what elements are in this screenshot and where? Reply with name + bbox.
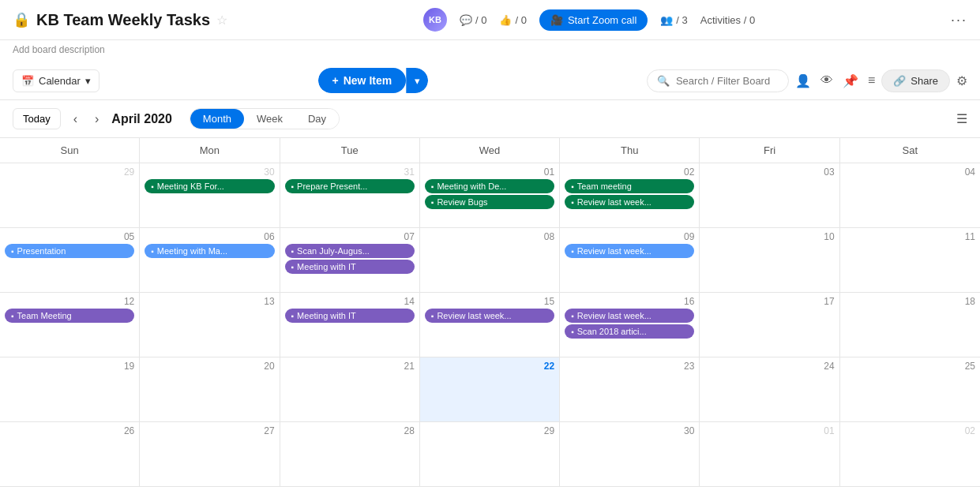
- pin-icon[interactable]: 📌: [843, 73, 858, 88]
- calendar-event[interactable]: ▪Review Bugs: [425, 195, 554, 209]
- prev-month-button[interactable]: ‹: [69, 109, 82, 129]
- cal-cell[interactable]: 09▪Review last week...: [560, 228, 700, 293]
- calendar-event[interactable]: ▪Scan July-Augus...: [285, 244, 415, 258]
- cal-cell[interactable]: 12▪Team Meeting: [0, 293, 140, 357]
- sub-header: Add board description: [0, 40, 980, 62]
- calendar-event[interactable]: ▪Review last week...: [565, 309, 694, 323]
- calendar-event[interactable]: ▪Prepare Present...: [285, 179, 415, 193]
- share-button[interactable]: 🔗 Share: [881, 69, 950, 92]
- calendar-icon: 📅: [21, 75, 34, 87]
- star-icon[interactable]: ☆: [216, 13, 227, 28]
- next-month-button[interactable]: ›: [90, 109, 103, 129]
- cal-date: 31: [285, 167, 415, 178]
- calendar-event[interactable]: ▪Review last week...: [565, 244, 694, 258]
- cal-cell[interactable]: 30▪Meeting KB For...: [140, 163, 280, 228]
- cal-date: 12: [5, 296, 134, 307]
- cal-cell[interactable]: 28: [280, 422, 420, 487]
- likes-stat[interactable]: 👍 / 0: [499, 14, 526, 26]
- cal-filter-icon[interactable]: ☰: [956, 112, 967, 125]
- person-icon[interactable]: 👤: [795, 73, 811, 88]
- calendar-dropdown[interactable]: 📅 Calendar ▾: [13, 69, 100, 92]
- cal-cell[interactable]: 05▪Presentation: [0, 228, 140, 293]
- calendar-event[interactable]: ▪Meeting with IT: [285, 260, 415, 274]
- filter-icon[interactable]: ≡: [868, 73, 875, 88]
- more-button[interactable]: ···: [951, 12, 967, 28]
- search-icon: 🔍: [657, 75, 670, 87]
- cal-cell[interactable]: 31▪Prepare Present...: [280, 163, 420, 228]
- calendar-event[interactable]: ▪Team meeting: [565, 179, 694, 193]
- calendar-nav: Today ‹ › April 2020 Month Week Day ☰: [0, 100, 980, 138]
- calendar-event[interactable]: ▪Review last week...: [565, 195, 694, 209]
- zoom-button[interactable]: 🎥 Start Zoom call: [539, 9, 648, 31]
- calendar-event[interactable]: ▪Team Meeting: [5, 309, 134, 323]
- share-icon: 🔗: [893, 75, 906, 87]
- event-icon: ▪: [291, 247, 295, 256]
- chevron-down-icon: ▾: [85, 75, 91, 87]
- settings-icon[interactable]: ⚙: [956, 73, 967, 88]
- cal-cell[interactable]: 23: [560, 357, 700, 422]
- cal-date: 01: [704, 425, 834, 436]
- today-button[interactable]: Today: [13, 108, 61, 129]
- search-input[interactable]: [676, 75, 779, 87]
- cal-date: 07: [285, 231, 415, 242]
- calendar-event[interactable]: ▪Meeting with IT: [285, 309, 415, 323]
- cal-date: 30: [145, 167, 274, 178]
- event-icon: ▪: [431, 312, 434, 320]
- messages-stat[interactable]: 💬 / 0: [460, 14, 486, 26]
- calendar-event[interactable]: ▪Scan 2018 artici...: [565, 324, 694, 339]
- new-item-button[interactable]: + New Item: [318, 68, 407, 93]
- cal-date: 15: [425, 296, 554, 307]
- cal-cell[interactable]: 15▪Review last week...: [420, 293, 560, 357]
- header-left: 🔒 KB Team Weekly Tasks ☆: [13, 11, 227, 29]
- cal-date: 05: [5, 231, 134, 242]
- activities-link[interactable]: Activities / 0: [700, 14, 755, 26]
- cal-cell[interactable]: 19: [0, 357, 140, 422]
- cal-cell[interactable]: 01▪Meeting with De...▪Review Bugs: [420, 163, 560, 228]
- cal-cell[interactable]: 16▪Review last week...▪Scan 2018 artici.…: [560, 293, 700, 357]
- cal-cell[interactable]: 24: [700, 357, 839, 422]
- cal-cell[interactable]: 11: [840, 228, 980, 293]
- cal-date: 16: [565, 296, 694, 307]
- cal-cell[interactable]: 29: [420, 422, 560, 487]
- board-description[interactable]: Add board description: [13, 44, 105, 55]
- cal-cell[interactable]: 03: [700, 163, 839, 228]
- cal-cell[interactable]: 17: [700, 293, 839, 357]
- cal-cell[interactable]: 02▪Team meeting▪Review last week...: [560, 163, 700, 228]
- search-box[interactable]: 🔍: [647, 69, 789, 92]
- calendar-event[interactable]: ▪Presentation: [5, 244, 134, 258]
- cal-cell[interactable]: 26: [0, 422, 140, 487]
- tab-month[interactable]: Month: [190, 109, 244, 129]
- members-icon: 👥: [660, 14, 673, 26]
- header-right: ···: [951, 12, 967, 28]
- members-stat[interactable]: 👥 / 3: [660, 14, 687, 26]
- calendar-event[interactable]: ▪Meeting with Ma...: [145, 244, 274, 258]
- cal-cell[interactable]: 18: [840, 293, 980, 357]
- cal-cell[interactable]: 13: [140, 293, 280, 357]
- cal-cell[interactable]: 22: [420, 357, 560, 422]
- cal-cell[interactable]: 25: [840, 357, 980, 422]
- cal-cell[interactable]: 08: [420, 228, 560, 293]
- eye-icon[interactable]: 👁: [820, 73, 833, 88]
- cal-cell[interactable]: 21: [280, 357, 420, 422]
- cal-cell[interactable]: 07▪Scan July-Augus...▪Meeting with IT: [280, 228, 420, 293]
- tab-day[interactable]: Day: [295, 109, 339, 129]
- calendar-event[interactable]: ▪Meeting KB For...: [145, 179, 274, 193]
- cal-date: 25: [845, 361, 975, 372]
- event-icon: ▪: [571, 182, 574, 191]
- cal-cell[interactable]: 10: [700, 228, 839, 293]
- tab-week[interactable]: Week: [244, 109, 295, 129]
- cal-cell[interactable]: 01: [700, 422, 839, 487]
- cal-cell[interactable]: 14▪Meeting with IT: [280, 293, 420, 357]
- cal-cell[interactable]: 27: [140, 422, 280, 487]
- cal-cell[interactable]: 20: [140, 357, 280, 422]
- calendar-event[interactable]: ▪Meeting with De...: [425, 179, 554, 193]
- cal-cell[interactable]: 30: [560, 422, 700, 487]
- cal-cell[interactable]: 04: [840, 163, 980, 228]
- new-item-dropdown-button[interactable]: ▾: [406, 68, 428, 93]
- cal-cell[interactable]: 29: [0, 163, 140, 228]
- cal-date: 14: [285, 296, 415, 307]
- cal-cell[interactable]: 06▪Meeting with Ma...: [140, 228, 280, 293]
- calendar: Sun Mon Tue Wed Thu Fri Sat 2930▪Meeting…: [0, 138, 980, 494]
- calendar-event[interactable]: ▪Review last week...: [425, 309, 554, 323]
- cal-cell[interactable]: 02: [840, 422, 980, 487]
